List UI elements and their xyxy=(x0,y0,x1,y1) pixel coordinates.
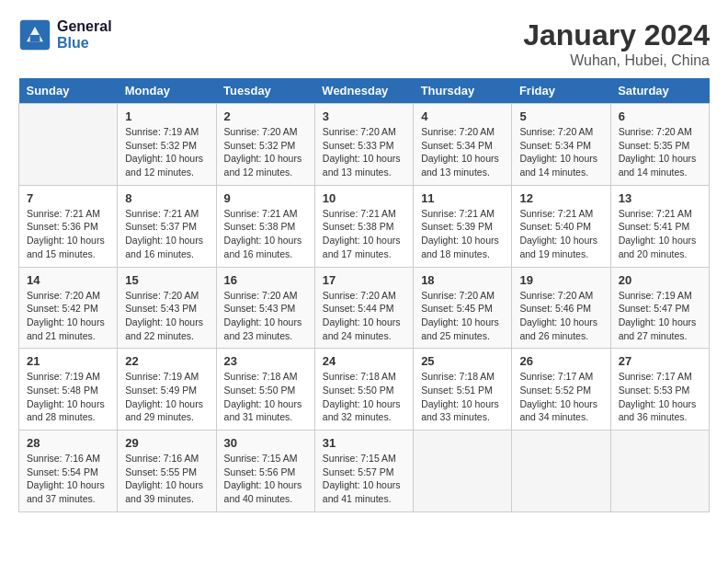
calendar-cell: 31Sunrise: 7:15 AM Sunset: 5:57 PM Dayli… xyxy=(314,431,413,512)
calendar-cell: 14Sunrise: 7:20 AM Sunset: 5:42 PM Dayli… xyxy=(19,267,118,349)
cell-info: Sunrise: 7:21 AM Sunset: 5:38 PM Dayligh… xyxy=(323,207,405,261)
calendar-cell: 17Sunrise: 7:20 AM Sunset: 5:44 PM Dayli… xyxy=(314,267,413,349)
calendar-cell xyxy=(610,431,709,512)
day-number: 9 xyxy=(224,191,307,205)
day-number: 10 xyxy=(323,191,405,205)
day-number: 15 xyxy=(125,273,208,287)
week-row: 14Sunrise: 7:20 AM Sunset: 5:42 PM Dayli… xyxy=(19,267,710,349)
month-year-title: January 2024 xyxy=(523,18,710,52)
calendar-cell: 30Sunrise: 7:15 AM Sunset: 5:56 PM Dayli… xyxy=(216,431,314,512)
day-number: 2 xyxy=(224,109,307,123)
calendar-cell: 4Sunrise: 7:20 AM Sunset: 5:34 PM Daylig… xyxy=(414,104,512,186)
cell-info: Sunrise: 7:20 AM Sunset: 5:46 PM Dayligh… xyxy=(519,289,602,343)
header-cell-thursday: Thursday xyxy=(414,78,512,104)
header-cell-tuesday: Tuesday xyxy=(216,78,314,104)
calendar-cell xyxy=(512,431,610,512)
calendar-cell: 13Sunrise: 7:21 AM Sunset: 5:41 PM Dayli… xyxy=(610,185,709,267)
header-cell-monday: Monday xyxy=(118,78,216,104)
calendar-cell: 22Sunrise: 7:19 AM Sunset: 5:49 PM Dayli… xyxy=(118,349,216,431)
cell-info: Sunrise: 7:20 AM Sunset: 5:43 PM Dayligh… xyxy=(125,289,208,343)
header-cell-friday: Friday xyxy=(512,78,610,104)
cell-info: Sunrise: 7:20 AM Sunset: 5:34 PM Dayligh… xyxy=(421,125,504,179)
cell-info: Sunrise: 7:17 AM Sunset: 5:53 PM Dayligh… xyxy=(619,370,701,424)
calendar-cell: 18Sunrise: 7:20 AM Sunset: 5:45 PM Dayli… xyxy=(414,267,512,349)
day-number: 6 xyxy=(619,109,701,123)
day-number: 24 xyxy=(323,354,405,368)
day-number: 11 xyxy=(421,191,504,205)
calendar-cell: 16Sunrise: 7:20 AM Sunset: 5:43 PM Dayli… xyxy=(216,267,314,349)
cell-info: Sunrise: 7:20 AM Sunset: 5:44 PM Dayligh… xyxy=(323,289,405,343)
day-number: 21 xyxy=(27,354,109,368)
calendar-cell: 1Sunrise: 7:19 AM Sunset: 5:32 PM Daylig… xyxy=(118,104,216,186)
week-row: 28Sunrise: 7:16 AM Sunset: 5:54 PM Dayli… xyxy=(19,431,710,512)
calendar-body: 1Sunrise: 7:19 AM Sunset: 5:32 PM Daylig… xyxy=(19,104,710,512)
week-row: 7Sunrise: 7:21 AM Sunset: 5:36 PM Daylig… xyxy=(19,185,710,267)
cell-info: Sunrise: 7:16 AM Sunset: 5:55 PM Dayligh… xyxy=(125,452,208,506)
cell-info: Sunrise: 7:16 AM Sunset: 5:54 PM Dayligh… xyxy=(27,452,109,506)
cell-info: Sunrise: 7:19 AM Sunset: 5:47 PM Dayligh… xyxy=(619,289,701,343)
cell-info: Sunrise: 7:21 AM Sunset: 5:38 PM Dayligh… xyxy=(224,207,307,261)
day-number: 12 xyxy=(519,191,602,205)
cell-info: Sunrise: 7:18 AM Sunset: 5:50 PM Dayligh… xyxy=(323,370,405,424)
day-number: 16 xyxy=(224,273,307,287)
cell-info: Sunrise: 7:18 AM Sunset: 5:51 PM Dayligh… xyxy=(421,370,504,424)
calendar-cell: 19Sunrise: 7:20 AM Sunset: 5:46 PM Dayli… xyxy=(512,267,610,349)
calendar-cell: 28Sunrise: 7:16 AM Sunset: 5:54 PM Dayli… xyxy=(19,431,118,512)
week-row: 21Sunrise: 7:19 AM Sunset: 5:48 PM Dayli… xyxy=(19,349,710,431)
calendar-cell: 27Sunrise: 7:17 AM Sunset: 5:53 PM Dayli… xyxy=(610,349,709,431)
logo-text: General Blue xyxy=(57,18,112,52)
calendar-cell: 24Sunrise: 7:18 AM Sunset: 5:50 PM Dayli… xyxy=(314,349,413,431)
calendar-cell: 3Sunrise: 7:20 AM Sunset: 5:33 PM Daylig… xyxy=(314,104,413,186)
svg-rect-2 xyxy=(30,35,40,41)
page-header: General Blue January 2024 Wuhan, Hubei, … xyxy=(18,18,710,69)
title-block: January 2024 Wuhan, Hubei, China xyxy=(523,18,710,69)
calendar-cell: 29Sunrise: 7:16 AM Sunset: 5:55 PM Dayli… xyxy=(118,431,216,512)
calendar-cell: 23Sunrise: 7:18 AM Sunset: 5:50 PM Dayli… xyxy=(216,349,314,431)
calendar-table: SundayMondayTuesdayWednesdayThursdayFrid… xyxy=(18,78,710,512)
day-number: 30 xyxy=(224,436,307,450)
cell-info: Sunrise: 7:21 AM Sunset: 5:41 PM Dayligh… xyxy=(619,207,701,261)
day-number: 28 xyxy=(27,436,109,450)
header-row: SundayMondayTuesdayWednesdayThursdayFrid… xyxy=(19,78,710,104)
header-cell-wednesday: Wednesday xyxy=(314,78,413,104)
day-number: 8 xyxy=(125,191,208,205)
cell-info: Sunrise: 7:19 AM Sunset: 5:48 PM Dayligh… xyxy=(27,370,109,424)
calendar-cell: 5Sunrise: 7:20 AM Sunset: 5:34 PM Daylig… xyxy=(512,104,610,186)
header-cell-saturday: Saturday xyxy=(610,78,709,104)
cell-info: Sunrise: 7:15 AM Sunset: 5:56 PM Dayligh… xyxy=(224,452,307,506)
cell-info: Sunrise: 7:20 AM Sunset: 5:45 PM Dayligh… xyxy=(421,289,504,343)
day-number: 23 xyxy=(224,354,307,368)
day-number: 25 xyxy=(421,354,504,368)
day-number: 22 xyxy=(125,354,208,368)
cell-info: Sunrise: 7:20 AM Sunset: 5:43 PM Dayligh… xyxy=(224,289,307,343)
day-number: 17 xyxy=(323,273,405,287)
header-cell-sunday: Sunday xyxy=(19,78,118,104)
day-number: 7 xyxy=(27,191,109,205)
calendar-cell: 2Sunrise: 7:20 AM Sunset: 5:32 PM Daylig… xyxy=(216,104,314,186)
calendar-cell: 25Sunrise: 7:18 AM Sunset: 5:51 PM Dayli… xyxy=(414,349,512,431)
cell-info: Sunrise: 7:19 AM Sunset: 5:32 PM Dayligh… xyxy=(125,125,208,179)
cell-info: Sunrise: 7:20 AM Sunset: 5:33 PM Dayligh… xyxy=(323,125,405,179)
calendar-cell: 11Sunrise: 7:21 AM Sunset: 5:39 PM Dayli… xyxy=(414,185,512,267)
calendar-cell: 26Sunrise: 7:17 AM Sunset: 5:52 PM Dayli… xyxy=(512,349,610,431)
day-number: 4 xyxy=(421,109,504,123)
cell-info: Sunrise: 7:21 AM Sunset: 5:36 PM Dayligh… xyxy=(27,207,109,261)
day-number: 27 xyxy=(619,354,701,368)
calendar-cell: 20Sunrise: 7:19 AM Sunset: 5:47 PM Dayli… xyxy=(610,267,709,349)
cell-info: Sunrise: 7:18 AM Sunset: 5:50 PM Dayligh… xyxy=(224,370,307,424)
cell-info: Sunrise: 7:20 AM Sunset: 5:34 PM Dayligh… xyxy=(519,125,602,179)
week-row: 1Sunrise: 7:19 AM Sunset: 5:32 PM Daylig… xyxy=(19,104,710,186)
day-number: 13 xyxy=(619,191,701,205)
calendar-cell: 9Sunrise: 7:21 AM Sunset: 5:38 PM Daylig… xyxy=(216,185,314,267)
cell-info: Sunrise: 7:17 AM Sunset: 5:52 PM Dayligh… xyxy=(519,370,602,424)
calendar-cell: 7Sunrise: 7:21 AM Sunset: 5:36 PM Daylig… xyxy=(19,185,118,267)
calendar-cell: 6Sunrise: 7:20 AM Sunset: 5:35 PM Daylig… xyxy=(610,104,709,186)
cell-info: Sunrise: 7:20 AM Sunset: 5:42 PM Dayligh… xyxy=(27,289,109,343)
cell-info: Sunrise: 7:15 AM Sunset: 5:57 PM Dayligh… xyxy=(323,452,405,506)
day-number: 14 xyxy=(27,273,109,287)
cell-info: Sunrise: 7:21 AM Sunset: 5:37 PM Dayligh… xyxy=(125,207,208,261)
calendar-cell xyxy=(414,431,512,512)
day-number: 1 xyxy=(125,109,208,123)
day-number: 26 xyxy=(519,354,602,368)
cell-info: Sunrise: 7:21 AM Sunset: 5:40 PM Dayligh… xyxy=(519,207,602,261)
